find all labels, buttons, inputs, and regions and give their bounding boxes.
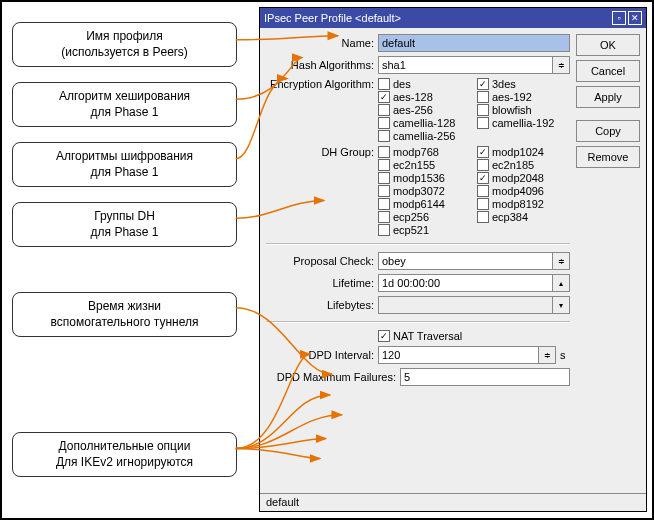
- window-title: IPsec Peer Profile <default>: [264, 12, 610, 24]
- lifebytes-label: Lifebytes:: [266, 299, 374, 311]
- checkbox-label: 3des: [492, 78, 516, 90]
- checkbox-label: ec2n185: [492, 159, 534, 171]
- enc-checkbox-blowfish[interactable]: blowfish: [477, 104, 570, 116]
- lifebytes-input[interactable]: [378, 296, 552, 314]
- enc-checkbox-grid: des✓3des✓aes-128aes-192aes-256blowfishca…: [378, 78, 570, 142]
- close-icon[interactable]: ✕: [628, 11, 642, 25]
- checkbox-label: camellia-128: [393, 117, 455, 129]
- proposal-dropdown-icon[interactable]: ≑: [552, 252, 570, 270]
- checkbox-icon: ✓: [378, 91, 390, 103]
- checkbox-label: modp6144: [393, 198, 445, 210]
- checkbox-icon: [477, 211, 489, 223]
- checkbox-label: ecp256: [393, 211, 429, 223]
- dh-checkbox-ec2n155[interactable]: ec2n155: [378, 159, 471, 171]
- dh-checkbox-modp8192[interactable]: modp8192: [477, 198, 570, 210]
- checkbox-icon: [378, 117, 390, 129]
- callout-extra: Дополнительные опцииДля IKEv2 игнорируют…: [12, 432, 237, 477]
- enc-checkbox-des[interactable]: des: [378, 78, 471, 90]
- dh-checkbox-modp2048[interactable]: ✓modp2048: [477, 172, 570, 184]
- separator-2: [266, 321, 570, 323]
- proposal-label: Proposal Check:: [266, 255, 374, 267]
- hash-label: Hash Algorithms:: [266, 59, 374, 71]
- dh-label: DH Group:: [266, 146, 374, 158]
- callout-name: Имя профиля(используется в Peers): [12, 22, 237, 67]
- checkbox-label: modp2048: [492, 172, 544, 184]
- checkbox-icon: ✓: [477, 172, 489, 184]
- hash-input[interactable]: [378, 56, 552, 74]
- dh-checkbox-modp4096[interactable]: modp4096: [477, 185, 570, 197]
- checkbox-label: des: [393, 78, 411, 90]
- checkbox-icon: [378, 172, 390, 184]
- separator: [266, 243, 570, 245]
- cancel-button[interactable]: Cancel: [576, 60, 640, 82]
- copy-button[interactable]: Copy: [576, 120, 640, 142]
- dpd-interval-label: DPD Interval:: [266, 349, 374, 361]
- nat-label: NAT Traversal: [393, 330, 462, 342]
- checkbox-icon: [378, 104, 390, 116]
- checkbox-icon: [477, 91, 489, 103]
- checkbox-icon: [378, 159, 390, 171]
- checkbox-icon: [477, 117, 489, 129]
- checkbox-label: modp3072: [393, 185, 445, 197]
- callout-dh: Группы DHдля Phase 1: [12, 202, 237, 247]
- remove-button[interactable]: Remove: [576, 146, 640, 168]
- nat-traversal-checkbox[interactable]: ✓ NAT Traversal: [378, 330, 462, 342]
- checkbox-label: modp8192: [492, 198, 544, 210]
- enc-label: Encryption Algorithm:: [266, 78, 374, 90]
- dh-checkbox-modp768[interactable]: modp768: [378, 146, 471, 158]
- checkbox-label: aes-192: [492, 91, 532, 103]
- dh-checkbox-ecp521[interactable]: ecp521: [378, 224, 471, 236]
- minimize-icon[interactable]: ▫: [612, 11, 626, 25]
- dh-checkbox-modp1536[interactable]: modp1536: [378, 172, 471, 184]
- dialog-window: IPsec Peer Profile <default> ▫ ✕ Name: H…: [259, 7, 647, 512]
- dh-checkbox-modp6144[interactable]: modp6144: [378, 198, 471, 210]
- callout-hash: Алгоритм хешированиядля Phase 1: [12, 82, 237, 127]
- checkbox-icon: ✓: [477, 78, 489, 90]
- checkbox-icon: [378, 198, 390, 210]
- enc-checkbox-camellia-192[interactable]: camellia-192: [477, 117, 570, 129]
- apply-button[interactable]: Apply: [576, 86, 640, 108]
- enc-checkbox-aes-128[interactable]: ✓aes-128: [378, 91, 471, 103]
- lifetime-label: Lifetime:: [266, 277, 374, 289]
- checkbox-icon: [378, 146, 390, 158]
- name-input[interactable]: [378, 34, 570, 52]
- checkbox-label: blowfish: [492, 104, 532, 116]
- ok-button[interactable]: OK: [576, 34, 640, 56]
- enc-checkbox-camellia-128[interactable]: camellia-128: [378, 117, 471, 129]
- enc-checkbox-3des[interactable]: ✓3des: [477, 78, 570, 90]
- dpd-interval-dropdown-icon[interactable]: ≑: [538, 346, 556, 364]
- dh-checkbox-grid: modp768✓modp1024ec2n155ec2n185modp1536✓m…: [378, 146, 570, 236]
- enc-checkbox-aes-192[interactable]: aes-192: [477, 91, 570, 103]
- checkbox-label: ecp521: [393, 224, 429, 236]
- checkbox-icon: [378, 78, 390, 90]
- checkbox-icon: [378, 211, 390, 223]
- checkbox-label: modp1536: [393, 172, 445, 184]
- lifetime-input[interactable]: [378, 274, 552, 292]
- dh-checkbox-ecp256[interactable]: ecp256: [378, 211, 471, 223]
- checkbox-label: modp4096: [492, 185, 544, 197]
- checkbox-icon: [378, 224, 390, 236]
- dpd-max-input[interactable]: [400, 368, 570, 386]
- checkbox-icon: ✓: [378, 330, 390, 342]
- dh-checkbox-modp1024[interactable]: ✓modp1024: [477, 146, 570, 158]
- lifetime-clear-icon[interactable]: ▴: [552, 274, 570, 292]
- enc-checkbox-camellia-256[interactable]: camellia-256: [378, 130, 471, 142]
- checkbox-icon: ✓: [477, 146, 489, 158]
- checkbox-label: ec2n155: [393, 159, 435, 171]
- hash-dropdown-icon[interactable]: ≑: [552, 56, 570, 74]
- enc-checkbox-aes-256[interactable]: aes-256: [378, 104, 471, 116]
- checkbox-icon: [378, 130, 390, 142]
- titlebar: IPsec Peer Profile <default> ▫ ✕: [260, 8, 646, 28]
- dh-checkbox-ecp384[interactable]: ecp384: [477, 211, 570, 223]
- checkbox-icon: [477, 185, 489, 197]
- checkbox-label: modp1024: [492, 146, 544, 158]
- checkbox-icon: [477, 104, 489, 116]
- proposal-input[interactable]: [378, 252, 552, 270]
- dpd-interval-input[interactable]: [378, 346, 538, 364]
- callout-lifetime: Время жизнивспомогательного туннеля: [12, 292, 237, 337]
- dh-checkbox-modp3072[interactable]: modp3072: [378, 185, 471, 197]
- seconds-unit: s: [560, 349, 570, 361]
- lifebytes-expand-icon[interactable]: ▾: [552, 296, 570, 314]
- dpd-max-label: DPD Maximum Failures:: [266, 371, 396, 383]
- dh-checkbox-ec2n185[interactable]: ec2n185: [477, 159, 570, 171]
